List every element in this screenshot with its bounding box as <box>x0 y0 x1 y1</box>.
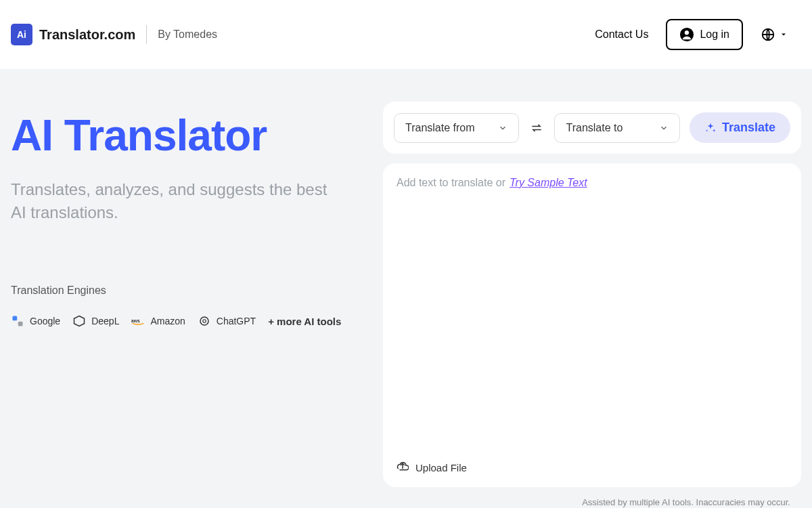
svg-point-8 <box>203 320 206 323</box>
header-left: Ai Translator.com By Tomedes <box>11 24 217 45</box>
svg-point-1 <box>685 30 689 35</box>
hero-subtitle: Translates, analyzes, and suggests the b… <box>11 178 342 224</box>
engine-label: DeepL <box>91 316 119 326</box>
to-label: Translate to <box>566 122 623 134</box>
disclaimer-text: Assisted by multiple AI tools. Inaccurac… <box>582 497 790 507</box>
swap-languages-button[interactable] <box>528 120 545 136</box>
login-button[interactable]: Log in <box>666 19 743 50</box>
upload-label: Upload File <box>415 462 467 473</box>
translator-panel: Translate from Translate to <box>383 102 801 508</box>
svg-text:aws: aws <box>131 318 140 323</box>
engine-google: Google <box>11 314 60 328</box>
chatgpt-icon <box>198 314 211 328</box>
language-switcher[interactable] <box>761 27 788 42</box>
header-right: Contact Us Log in <box>595 19 788 50</box>
svg-marker-5 <box>74 316 85 326</box>
amazon-icon: aws <box>131 314 145 328</box>
translate-to-select[interactable]: Translate to <box>554 113 679 143</box>
logo-badge[interactable]: Ai <box>11 24 32 45</box>
text-input-panel[interactable]: Add text to translate or Try Sample Text… <box>383 163 801 487</box>
deepl-icon <box>72 314 86 328</box>
google-icon <box>11 314 24 328</box>
engine-amazon: aws Amazon <box>131 314 185 328</box>
svg-point-7 <box>200 317 208 325</box>
header-divider <box>146 25 147 44</box>
translate-label: Translate <box>722 121 775 135</box>
globe-icon <box>761 27 775 42</box>
engine-label: Amazon <box>150 316 185 326</box>
hero-section: AI Translator Translates, analyzes, and … <box>11 102 342 508</box>
engines-row: Google DeepL aws Amazon ChatGPT + m <box>11 314 342 328</box>
placeholder-row: Add text to translate or Try Sample Text <box>397 177 788 189</box>
upload-icon <box>397 461 409 473</box>
try-sample-link[interactable]: Try Sample Text <box>510 177 587 189</box>
translate-button[interactable]: Translate <box>690 112 790 143</box>
main: AI Translator Translates, analyzes, and … <box>0 69 812 508</box>
translate-bar: Translate from Translate to <box>383 102 801 154</box>
more-tools-link[interactable]: + more AI tools <box>268 316 341 327</box>
chevron-down-icon <box>780 30 788 39</box>
login-label: Log in <box>700 28 729 41</box>
input-placeholder: Add text to translate or <box>397 177 505 189</box>
engine-label: ChatGPT <box>217 316 256 326</box>
logo-text[interactable]: Translator.com <box>39 27 135 43</box>
svg-rect-4 <box>18 322 23 326</box>
byline: By Tomedes <box>158 28 217 41</box>
engine-chatgpt: ChatGPT <box>198 314 256 328</box>
header: Ai Translator.com By Tomedes Contact Us … <box>0 0 812 69</box>
swap-icon <box>530 121 543 135</box>
svg-rect-3 <box>13 316 18 321</box>
contact-link[interactable]: Contact Us <box>595 28 648 41</box>
upload-file-button[interactable]: Upload File <box>397 461 788 473</box>
chevron-down-icon <box>659 123 669 133</box>
engines-label: Translation Engines <box>11 284 342 297</box>
engine-label: Google <box>30 316 60 326</box>
hero-title: AI Translator <box>11 112 342 159</box>
sparkle-icon <box>704 122 717 134</box>
user-icon <box>679 27 694 42</box>
from-label: Translate from <box>405 122 475 134</box>
chevron-down-icon <box>498 123 508 133</box>
engine-deepl: DeepL <box>72 314 119 328</box>
translate-from-select[interactable]: Translate from <box>394 113 519 143</box>
